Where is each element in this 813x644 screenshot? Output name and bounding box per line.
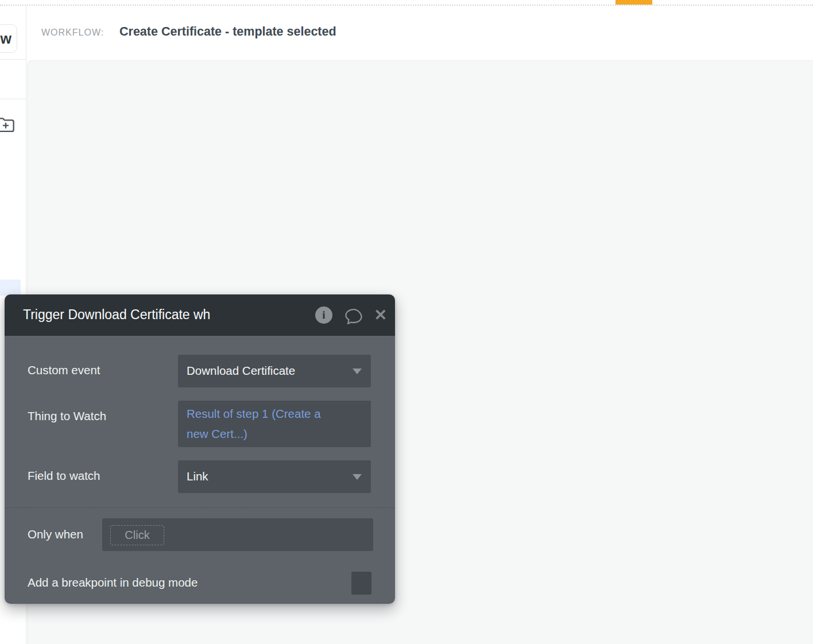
- custom-event-value: Download Certificate: [187, 364, 295, 378]
- workflow-label: WORKFLOW:: [41, 28, 104, 38]
- comment-bubble-icon[interactable]: [343, 308, 364, 325]
- info-icon[interactable]: i: [315, 307, 332, 324]
- panel-title: Trigger Download Certificate wh: [23, 307, 210, 323]
- custom-event-dropdown[interactable]: Download Certificate: [178, 355, 371, 387]
- sidebar-divider: [0, 59, 26, 60]
- property-editor-panel: Trigger Download Certificate wh i ✕ Cust…: [5, 294, 395, 604]
- breakpoint-checkbox[interactable]: [351, 572, 371, 595]
- folder-plus-icon[interactable]: [0, 117, 16, 134]
- active-tab-indicator: [615, 0, 652, 5]
- only-when-placeholder: Click: [110, 525, 164, 545]
- thing-to-watch-value: Result of step 1 (Create a new Cert...): [187, 404, 343, 444]
- top-strip: [0, 0, 813, 6]
- page-title: Create Certificate - template selected: [119, 25, 336, 39]
- only-when-label: Only when: [28, 527, 83, 541]
- only-when-input[interactable]: Click: [102, 518, 373, 551]
- field-to-watch-label: Field to watch: [28, 469, 100, 483]
- sidebar-partial-button[interactable]: w: [0, 24, 17, 53]
- field-to-watch-value: Link: [187, 470, 208, 483]
- sidebar-divider: [0, 99, 26, 99]
- chevron-down-icon: [353, 368, 362, 374]
- panel-separator: [5, 507, 395, 508]
- thing-to-watch-label: Thing to Watch: [28, 409, 106, 423]
- chevron-down-icon: [353, 474, 362, 480]
- custom-event-label: Custom event: [28, 363, 100, 377]
- sidebar-selected-item-fragment: [0, 280, 21, 296]
- workflow-editor: w WORKFLOW: Create Certificate - templat…: [0, 0, 813, 644]
- thing-to-watch-expression[interactable]: Result of step 1 (Create a new Cert...): [178, 401, 371, 447]
- panel-header: Trigger Download Certificate wh i ✕: [5, 294, 395, 336]
- breakpoint-label: Add a breakpoint in debug mode: [28, 576, 198, 589]
- close-icon[interactable]: ✕: [374, 308, 387, 323]
- field-to-watch-dropdown[interactable]: Link: [178, 460, 371, 493]
